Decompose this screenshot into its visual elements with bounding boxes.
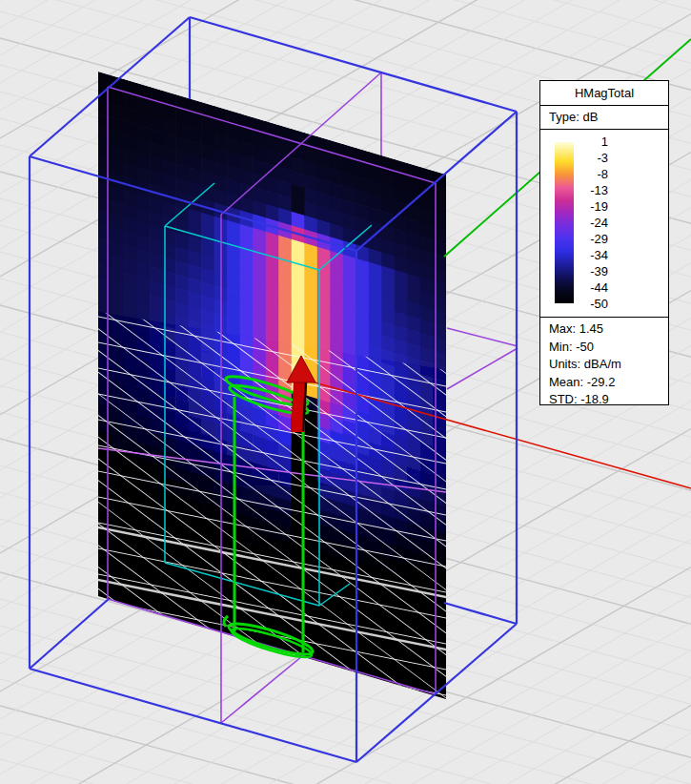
colorbar-tick-label: -50	[579, 297, 608, 311]
colorbar-tick-label: -34	[579, 248, 608, 262]
colorbar-tick-label: -44	[579, 280, 608, 295]
legend-stat-line: Min: -50	[549, 339, 668, 357]
colorbar-tick-label: -39	[579, 264, 608, 279]
colorbar-tick-label: 1	[579, 134, 608, 149]
colorbar-tick-label: -29	[579, 232, 608, 246]
colorbar-tick-label: -3	[579, 151, 608, 165]
legend-stat-line: STD: -18.9	[549, 391, 668, 409]
colorbar-tick-label: -13	[579, 183, 608, 197]
colorbar	[555, 142, 574, 303]
3d-viewport[interactable]: HMagTotal Type: dB 1-3-8-13-19-24-29-34-…	[0, 0, 691, 784]
colorbar-tick-label: -24	[579, 216, 608, 230]
legend-stats: Max: 1.45Min: -50Units: dBA/mMean: -29.2…	[540, 318, 668, 409]
legend-stat-line: Mean: -29.2	[549, 374, 668, 392]
colorbar-tick-label: -8	[579, 167, 608, 181]
legend-color-scale: 1-3-8-13-19-24-29-34-39-44-50	[540, 130, 668, 318]
legend-type-label: Type: dB	[540, 106, 668, 130]
colorbar-tick-label: -19	[579, 199, 608, 214]
field-legend: HMagTotal Type: dB 1-3-8-13-19-24-29-34-…	[539, 80, 669, 405]
legend-stat-line: Max: 1.45	[549, 320, 668, 339]
legend-title: HMagTotal	[540, 81, 668, 106]
legend-stat-line: Units: dBA/m	[549, 356, 668, 374]
colorbar-labels: 1-3-8-13-19-24-29-34-39-44-50	[579, 134, 608, 311]
